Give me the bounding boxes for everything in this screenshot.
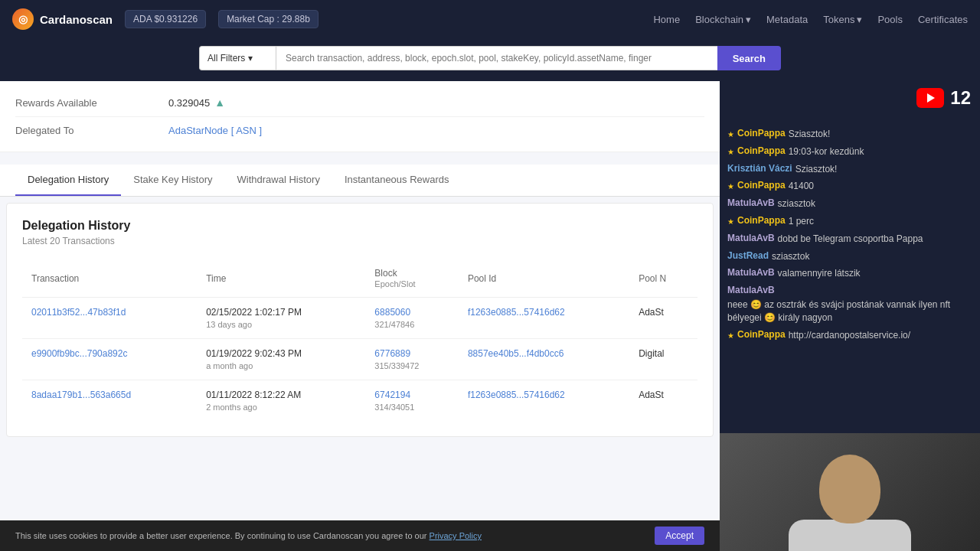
content-area: Rewards Available 0.329045 ▲ Delegated T…: [0, 81, 720, 551]
td-transaction-0: 02011b3f52...47b83f1d: [22, 298, 197, 339]
chat-message-4: MatulaAvB sziasztok: [720, 195, 980, 213]
nav-pools[interactable]: Pools: [877, 14, 903, 25]
delegated-to-link[interactable]: AdaStarNode [ ASN ]: [168, 125, 262, 136]
chat-text: dobd be Telegram csoportba Pappa: [778, 233, 923, 246]
tab-withdrawal-history[interactable]: Withdrawal History: [225, 165, 332, 196]
chat-username: CoinPappa: [737, 215, 786, 226]
chat-message-6: MatulaAvB dobd be Telegram csoportba Pap…: [720, 230, 980, 248]
info-section: Rewards Available 0.329045 ▲ Delegated T…: [0, 81, 720, 152]
td-block-2: 6742194 314/34051: [365, 380, 459, 422]
delegated-to-value: AdaStarNode [ ASN ]: [168, 125, 262, 136]
td-block-0: 6885060 321/47846: [365, 298, 459, 339]
chat-star-icon: ★: [727, 130, 734, 139]
chat-message-7: JustRead sziasztok: [720, 248, 980, 266]
chat-text: 41400: [789, 180, 814, 193]
chevron-down-icon: ▾: [248, 53, 253, 64]
tx-link-0[interactable]: 02011b3f52...47b83f1d: [31, 307, 126, 318]
chat-username: MatulaAvB: [727, 267, 775, 278]
table-row: 02011b3f52...47b83f1d 02/15/2022 1:02:17…: [22, 298, 697, 339]
chat-message-0: ★ CoinPappa Sziasztok!: [720, 126, 980, 143]
chat-username: JustRead: [727, 250, 769, 261]
delegation-table: Transaction Time Block Epoch/Slot Pool I…: [22, 262, 697, 421]
person-head: [819, 455, 880, 523]
chat-username: CoinPappa: [737, 180, 786, 191]
tab-delegation-history[interactable]: Delegation History: [15, 165, 121, 196]
accept-cookie-button[interactable]: Accept: [655, 527, 704, 545]
td-time-2: 01/11/2022 8:12:22 AM 2 months ago: [197, 380, 365, 422]
td-block-1: 6776889 315/339472: [365, 339, 459, 380]
chat-username: CoinPappa: [737, 145, 786, 156]
section-title: Delegation History: [22, 219, 697, 233]
chat-message-5: ★ CoinPappa 1 perc: [720, 213, 980, 230]
navbar: ◎ Cardanoscan ADA $0.931226 Market Cap :…: [0, 0, 980, 38]
search-bar: All Filters ▾ Search: [199, 46, 781, 70]
chat-star-icon: ★: [727, 217, 734, 226]
pool-id-link-1[interactable]: 8857ee40b5...f4db0cc6: [468, 348, 564, 359]
td-pool-name-1: Digital: [629, 339, 697, 380]
td-pool-id-0: f1263e0885...57416d62: [459, 298, 629, 339]
chat-username: Krisztián Váczi: [727, 163, 792, 174]
person-body: [789, 520, 911, 552]
section-subtitle: Latest 20 Transactions: [22, 236, 697, 246]
rewards-value: 0.329045 ▲: [168, 96, 225, 109]
search-input[interactable]: [276, 46, 717, 70]
pool-id-link-2[interactable]: f1263e0885...57416d62: [468, 390, 565, 400]
chat-message-1: ★ CoinPappa 19:03-kor kezdünk: [720, 143, 980, 161]
nav-certificates[interactable]: Certificates: [918, 14, 968, 25]
play-icon: [927, 93, 935, 103]
nav-blockchain[interactable]: Blockchain ▾: [695, 14, 751, 25]
brand-name: Cardanoscan: [40, 13, 113, 26]
th-pool-id: Pool Id: [459, 262, 629, 298]
th-pool-name: Pool N: [629, 262, 697, 298]
tabs-container: Delegation History Stake Key History Wit…: [0, 165, 720, 197]
search-button[interactable]: Search: [717, 46, 781, 70]
main-layout: Rewards Available 0.329045 ▲ Delegated T…: [0, 81, 980, 551]
chat-text: Sziasztok!: [795, 163, 838, 176]
tx-link-1[interactable]: e9900fb9bc...790a892c: [31, 348, 127, 359]
youtube-icon: [916, 88, 944, 108]
privacy-policy-link[interactable]: Privacy Policy: [430, 531, 482, 540]
chat-star-icon: ★: [727, 331, 734, 340]
table-row: e9900fb9bc...790a892c 01/19/2022 9:02:43…: [22, 339, 697, 380]
td-pool-id-1: 8857ee40b5...f4db0cc6: [459, 339, 629, 380]
chat-username: CoinPappa: [737, 329, 786, 340]
chat-text: 19:03-kor kezdünk: [789, 145, 864, 158]
search-bar-container: All Filters ▾ Search: [0, 38, 980, 81]
webcam-placeholder: [720, 433, 980, 551]
chat-text: Sziasztok!: [789, 128, 831, 141]
tx-link-2[interactable]: 8adaa179b1...563a665d: [31, 390, 131, 400]
tab-stake-key-history[interactable]: Stake Key History: [121, 165, 224, 196]
webcam-area: [720, 433, 980, 551]
chat-message-2: Krisztián Váczi Sziasztok!: [720, 161, 980, 178]
chevron-down-icon: ▾: [857, 14, 862, 25]
tab-instantaneous-rewards[interactable]: Instantaneous Rewards: [332, 165, 462, 196]
nav-links: Home Blockchain ▾ Metadata Tokens ▾ Pool…: [653, 14, 968, 25]
chat-text: http://cardanopostalservice.io/: [789, 329, 910, 342]
td-pool-name-2: AdaSt: [629, 380, 697, 422]
nav-tokens[interactable]: Tokens ▾: [823, 14, 862, 25]
search-filter-dropdown[interactable]: All Filters ▾: [199, 46, 276, 70]
td-pool-name-0: AdaSt: [629, 298, 697, 339]
delegated-to-row: Delegated To AdaStarNode [ ASN ]: [15, 117, 704, 144]
td-time-1: 01/19/2022 9:02:43 PM a month ago: [197, 339, 365, 380]
chat-text: sziasztok: [778, 197, 815, 210]
chat-star-icon: ★: [727, 148, 734, 156]
pool-id-link-0[interactable]: f1263e0885...57416d62: [468, 307, 565, 318]
brand-logo[interactable]: ◎ Cardanoscan: [12, 8, 113, 30]
rewards-label: Rewards Available: [15, 97, 168, 109]
th-time: Time: [197, 262, 365, 298]
chat-text: neee 😊 az osztrák és svájci postának van…: [727, 298, 972, 324]
chat-username: MatulaAvB: [727, 285, 775, 295]
chat-star-icon: ★: [727, 182, 734, 191]
cookie-text: This site uses cookies to provide a bett…: [15, 531, 642, 540]
th-transaction: Transaction: [22, 262, 197, 298]
chat-text: 1 perc: [789, 215, 814, 228]
yt-overlay: 12: [907, 81, 980, 115]
chat-message-8: MatulaAvB valamennyire látszik: [720, 265, 980, 282]
logo-icon: ◎: [12, 8, 34, 30]
td-pool-id-2: f1263e0885...57416d62: [459, 380, 629, 422]
th-block-epoch-slot: Block Epoch/Slot: [365, 262, 459, 298]
nav-metadata[interactable]: Metadata: [766, 14, 808, 25]
chat-text: sziasztok: [772, 250, 809, 263]
nav-home[interactable]: Home: [653, 14, 680, 25]
